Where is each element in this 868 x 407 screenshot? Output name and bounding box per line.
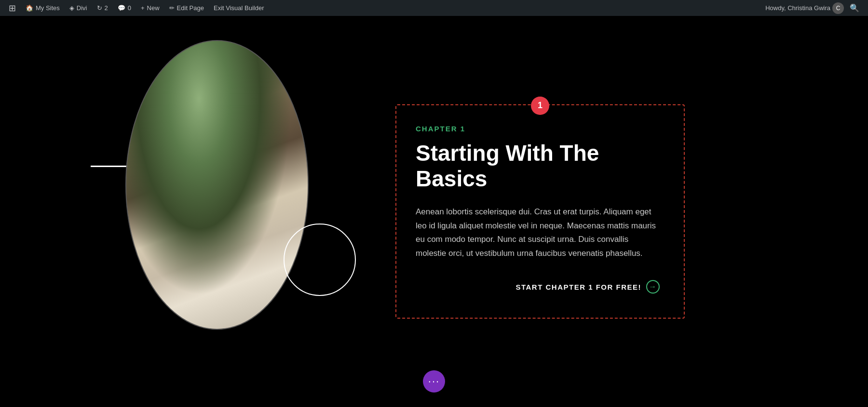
new-icon: + <box>141 4 145 12</box>
divi-menu[interactable]: ◈ Divi <box>66 0 91 16</box>
my-sites-label: My Sites <box>36 4 60 12</box>
chapter-badge-number: 1 <box>538 100 542 111</box>
right-column: 1 CHAPTER 1 Starting With The Basics Aen… <box>376 85 868 338</box>
edit-icon: ✏ <box>169 4 175 12</box>
exit-builder-label: Exit Visual Builder <box>214 4 264 12</box>
chapter-number-badge: 1 <box>531 97 549 115</box>
decorative-circle <box>284 224 356 296</box>
divi-label: Divi <box>77 4 87 12</box>
chapter-label: CHAPTER 1 <box>416 125 660 133</box>
chapter-image <box>125 40 309 330</box>
dots-icon: ··· <box>428 376 440 387</box>
comments-count: 0 <box>128 4 131 12</box>
exit-builder-button[interactable]: Exit Visual Builder <box>210 0 268 16</box>
dots-menu-button[interactable]: ··· <box>423 370 445 393</box>
admin-bar: ⊞ 🏠 My Sites ◈ Divi ↻ 2 💬 0 + New ✏ Edit… <box>0 0 868 16</box>
edit-page-button[interactable]: ✏ Edit Page <box>165 0 208 16</box>
chapter-title: Starting With The Basics <box>416 140 660 192</box>
left-column <box>0 16 376 407</box>
comments-menu[interactable]: 💬 0 <box>114 0 135 16</box>
updates-menu[interactable]: ↻ 2 <box>93 0 112 16</box>
updates-count: 2 <box>105 4 108 12</box>
admin-bar-right: Howdy, Christina Gwira C 🔍 <box>765 2 863 14</box>
divi-icon: ◈ <box>69 4 74 12</box>
arrow-symbol: → <box>649 282 657 291</box>
chapter-body: Aenean lobortis scelerisque dui. Cras ut… <box>416 205 660 261</box>
new-menu[interactable]: + New <box>137 0 163 16</box>
main-content: 1 CHAPTER 1 Starting With The Basics Aen… <box>0 16 868 407</box>
wp-icon: ⊞ <box>9 4 16 13</box>
cta-arrow-icon: → <box>646 280 660 294</box>
wp-logo[interactable]: ⊞ <box>5 0 20 16</box>
search-icon[interactable]: 🔍 <box>846 3 863 13</box>
avatar[interactable]: C <box>832 2 844 14</box>
my-sites-menu[interactable]: 🏠 My Sites <box>22 0 64 16</box>
howdy-text: Howdy, Christina Gwira <box>765 4 830 12</box>
cta-link[interactable]: START CHAPTER 1 FOR FREE! → <box>416 280 660 294</box>
cta-label: START CHAPTER 1 FOR FREE! <box>515 283 641 291</box>
updates-icon: ↻ <box>97 4 102 12</box>
edit-page-label: Edit Page <box>177 4 204 12</box>
my-sites-icon: 🏠 <box>26 4 33 12</box>
comments-icon: 💬 <box>118 4 125 12</box>
image-inner <box>126 41 308 329</box>
new-label: New <box>147 4 160 12</box>
content-box: 1 CHAPTER 1 Starting With The Basics Aen… <box>395 104 685 319</box>
